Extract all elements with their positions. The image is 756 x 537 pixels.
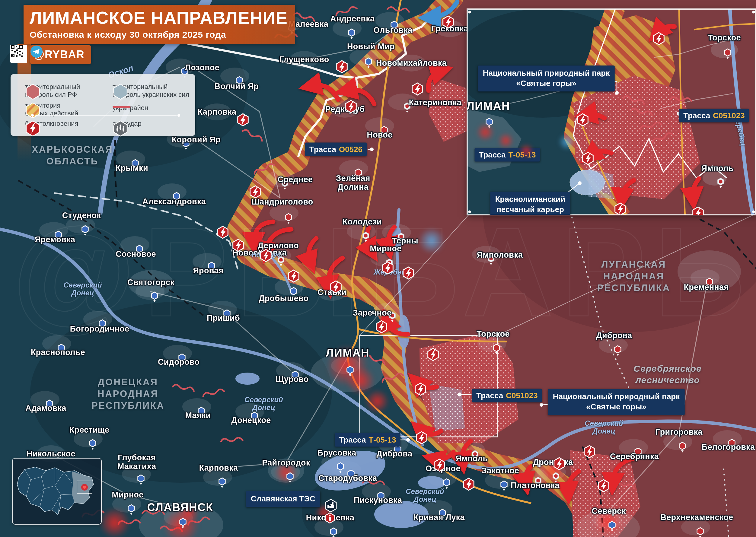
- town-label: Зелёная Долина: [336, 174, 370, 191]
- town-label: Кривая Лука: [413, 513, 465, 522]
- callout-label: Краснолиманский песчаный карьер: [490, 191, 570, 215]
- road-code: Т-05-13: [368, 435, 396, 444]
- town-label: Сосновое: [116, 250, 156, 259]
- callout-label: Славянская ТЭС: [246, 491, 320, 507]
- town-label: Новое: [367, 131, 392, 140]
- town-label: Щурово: [275, 375, 309, 384]
- town-label: Дробышево: [259, 294, 309, 303]
- town-label: Брусовка: [317, 449, 357, 457]
- road-label: ТрассаС051023: [679, 109, 749, 122]
- town-label: Ямполь: [455, 454, 488, 463]
- town-label: Торское: [477, 330, 510, 339]
- callout-label: Национальный природный парк «Святые горы…: [478, 65, 615, 91]
- strike-glow-red: [476, 123, 494, 141]
- town-label: Верхнекаменское: [660, 513, 733, 522]
- strike-glow-red: [519, 144, 533, 158]
- town-label: Ямполовка: [477, 251, 523, 260]
- town-label: Студенок: [62, 211, 101, 220]
- legend: территориальный контроль сил РФ территор…: [11, 74, 195, 136]
- river-label: Северский Донец: [63, 281, 102, 297]
- road-label-prefix: Трасса: [339, 435, 366, 444]
- town-label: Диброва: [377, 449, 412, 458]
- town-label: Карповка: [199, 464, 238, 473]
- legend-divider: [35, 115, 177, 115]
- map-canvas: @РЫБАРЬ МалеевкаАндреевкаОльговкаГрековк…: [0, 0, 756, 537]
- page-subtitle: Обстановка к исходу 30 октября 2025 года: [29, 29, 295, 40]
- town-label: Мирное: [112, 490, 143, 499]
- road-label-prefix: Трасса: [476, 391, 503, 400]
- town-label: СЛАВЯНСК: [147, 501, 213, 513]
- town-label: Адамовка: [25, 404, 66, 413]
- telegram-icon: [30, 45, 43, 58]
- town-label: Кременная: [684, 283, 729, 292]
- river-label: Северский Донец: [406, 487, 444, 504]
- town-label: Ямполь: [701, 164, 734, 173]
- road-label: ТрассаО0526: [305, 143, 367, 156]
- region-label: ДОНЕЦКАЯ НАРОДНАЯ РЕСПУБЛИКА: [92, 377, 164, 411]
- strike-glow-blue: [558, 133, 575, 150]
- overview-minimap: [13, 459, 101, 524]
- town-label: Донецкое: [231, 416, 271, 425]
- town-label: Яровая: [193, 267, 223, 275]
- inset-map: ТорскоеЛИМАНЯмпольЖеребецТрассаС051023Тр…: [467, 9, 756, 215]
- town-label: Маяки: [185, 411, 211, 420]
- town-label: Стародубовка: [318, 474, 377, 483]
- road-label-prefix: Трасса: [683, 111, 710, 120]
- town-label: Крымки: [116, 164, 148, 173]
- town-label: Никольское: [26, 449, 75, 458]
- region-label: Серебрянское лесничество: [633, 363, 701, 386]
- town-label: Крестище: [69, 426, 109, 434]
- telegram-badge: @RYBAR: [30, 45, 91, 64]
- town-label: Карповка: [198, 108, 236, 116]
- town-label: Богородичное: [70, 325, 129, 333]
- river-label: Северский Донец: [585, 419, 623, 435]
- town-label: Пришиб: [207, 314, 240, 322]
- town-label: Колодези: [343, 218, 382, 226]
- airstrike-hex-icon: [112, 120, 128, 137]
- ua-control-hex-icon: [112, 83, 128, 100]
- clash-hex-icon: [25, 120, 41, 137]
- town-label: Григоровка: [655, 428, 702, 436]
- road-code: С051023: [713, 111, 745, 120]
- town-label: Краснополье: [31, 348, 85, 357]
- town-label: Глущенково: [279, 55, 329, 64]
- town-label: Ольговка: [373, 26, 412, 35]
- strike-glow-red: [498, 133, 514, 148]
- road-code: С051023: [506, 391, 538, 400]
- town-label: Среднее: [278, 175, 313, 184]
- town-label: Заречное: [353, 309, 392, 317]
- title-block: ЛИМАНСКОЕ НАПРАВЛЕНИЕ Обстановка к исход…: [23, 5, 295, 44]
- town-label: Александровка: [143, 197, 206, 206]
- road-code: О0526: [339, 145, 362, 154]
- town-label: Белогоровка: [702, 443, 755, 452]
- town-label: Пискуновка: [354, 496, 402, 505]
- callout-label: Национальный природный парк «Святые горы…: [548, 389, 685, 415]
- qr-pattern: [10, 45, 23, 58]
- page-title: ЛИМАНСКОЕ НАПРАВЛЕНИЕ: [29, 9, 295, 26]
- town-label: Катериновка: [409, 98, 461, 107]
- fortified-line-icon: [112, 104, 131, 110]
- town-label: Закотное: [482, 467, 519, 475]
- town-label: Торское: [708, 33, 741, 42]
- road-label: ТрассаС051023: [472, 389, 542, 402]
- town-label: Яремовка: [35, 235, 75, 244]
- road-label-prefix: Трасса: [309, 145, 336, 154]
- road-label: ТрассаТ-05-13: [335, 433, 400, 447]
- town-label: Коровий Яр: [172, 136, 221, 144]
- town-label: Лозовое: [185, 63, 219, 72]
- town-label: Райгородок: [262, 459, 310, 467]
- town-label: ЛИМАН: [467, 100, 510, 112]
- road-label-prefix: Трасса: [479, 150, 506, 159]
- town-label: Новый Мир: [347, 42, 395, 51]
- town-label: Сидорово: [158, 358, 199, 367]
- ru-control-hex-icon: [25, 83, 41, 100]
- region-label: ХАРЬКОВСКАЯ ОБЛАСТЬ: [32, 144, 113, 167]
- town-label: Волчий Яр: [215, 82, 259, 91]
- region-label: ЛУГАНСКАЯ НАРОДНАЯ РЕСПУБЛИКА: [597, 259, 670, 294]
- town-label: Диброва: [596, 331, 632, 340]
- town-label: Серебрянка: [610, 452, 659, 461]
- town-label: Андреевка: [330, 15, 375, 23]
- qr-code: [10, 45, 27, 63]
- town-label: Новомихайловка: [376, 59, 447, 67]
- river-label: Северский Донец: [244, 396, 283, 412]
